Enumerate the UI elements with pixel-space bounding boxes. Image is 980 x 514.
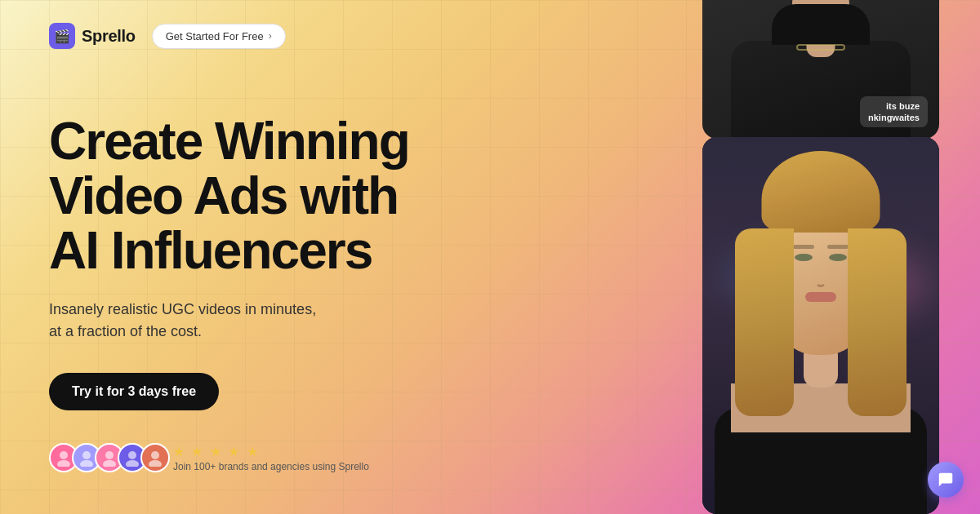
- hero-subtitle-line1: Insanely realistic UGC videos in minutes…: [49, 301, 316, 317]
- hero-title-line3: AI Influencers: [49, 221, 372, 280]
- nose: [815, 273, 826, 287]
- svg-point-5: [103, 460, 116, 467]
- necklace: [796, 44, 845, 51]
- video-top-content: its buze nkingwaites: [702, 0, 939, 139]
- left-eyebrow: [793, 245, 814, 249]
- star-rating: ★ ★ ★ ★ ★: [173, 444, 369, 459]
- video-label-text1: its buze: [886, 101, 920, 111]
- svg-point-8: [151, 451, 159, 459]
- hero-section: Create Winning Video Ads with AI Influen…: [49, 114, 539, 472]
- hair-right: [848, 228, 906, 416]
- svg-point-1: [57, 460, 70, 467]
- video-thumbnail-bottom: [702, 137, 939, 514]
- svg-point-7: [126, 460, 139, 467]
- logo-icon: 🎬: [49, 23, 75, 49]
- svg-point-2: [82, 451, 91, 459]
- hair-top: [762, 151, 880, 233]
- svg-point-6: [128, 451, 136, 459]
- try-free-label: Try it for 3 days free: [72, 384, 196, 399]
- chat-bubble-button[interactable]: [928, 462, 964, 498]
- avatar-5: [140, 443, 170, 472]
- try-free-button[interactable]: Try it for 3 days free: [49, 373, 219, 410]
- hero-title-line1: Create Winning: [49, 112, 409, 171]
- chat-icon: [937, 471, 955, 489]
- left-panel: 🎬 Sprello Get Started For Free › Create …: [0, 0, 588, 514]
- hero-title: Create Winning Video Ads with AI Influen…: [49, 114, 539, 279]
- hero-subtitle-line2: at a fraction of the cost.: [49, 323, 202, 339]
- logo-wrapper: 🎬 Sprello: [49, 23, 136, 49]
- avatar-group: [49, 443, 163, 472]
- svg-point-4: [105, 451, 114, 459]
- navbar: 🎬 Sprello Get Started For Free ›: [49, 0, 539, 65]
- video-bottom-content: [702, 137, 939, 514]
- right-panel: its buze nkingwaites: [580, 0, 980, 514]
- person-bottom: [702, 139, 939, 514]
- lips: [805, 292, 836, 302]
- nav-cta-arrow: ›: [269, 30, 272, 42]
- hood: [772, 4, 870, 45]
- video-thumbnail-top: its buze nkingwaites: [702, 0, 939, 139]
- video-label-text2: nkingwaites: [868, 113, 920, 122]
- social-label: Join 100+ brands and agencies using Spre…: [173, 461, 369, 472]
- svg-point-0: [60, 451, 68, 459]
- svg-point-9: [149, 460, 162, 467]
- left-eye: [795, 254, 813, 261]
- social-proof: ★ ★ ★ ★ ★ Join 100+ brands and agencies …: [49, 443, 539, 472]
- video-label: its buze nkingwaites: [860, 96, 928, 127]
- hair-left: [735, 228, 794, 416]
- nav-cta-label: Get Started For Free: [166, 30, 264, 42]
- brand-name: Sprello: [82, 27, 136, 46]
- right-eyebrow: [827, 245, 849, 249]
- hero-title-line2: Video Ads with: [49, 166, 398, 225]
- nav-cta-button[interactable]: Get Started For Free ›: [152, 24, 286, 49]
- hero-subtitle: Insanely realistic UGC videos in minutes…: [49, 299, 392, 344]
- svg-point-3: [80, 460, 93, 467]
- right-eye: [829, 254, 847, 261]
- social-text: ★ ★ ★ ★ ★ Join 100+ brands and agencies …: [173, 444, 369, 472]
